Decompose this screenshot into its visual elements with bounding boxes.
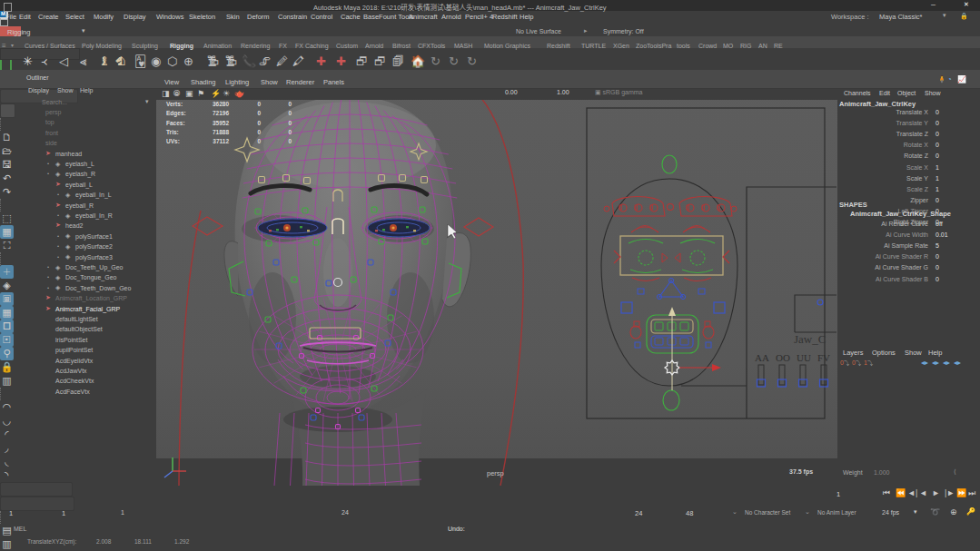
svg-text:OO: OO: [776, 352, 790, 363]
svg-text:Edges:: Edges:: [166, 110, 186, 117]
svg-text:0: 0: [288, 101, 292, 107]
svg-text:Tris:: Tris:: [166, 129, 179, 135]
svg-text:71888: 71888: [213, 129, 229, 135]
svg-text:0: 0: [257, 129, 261, 135]
svg-text:0: 0: [257, 101, 261, 107]
svg-text:AA: AA: [755, 352, 769, 363]
svg-text:0: 0: [257, 138, 261, 144]
svg-text:UU: UU: [797, 352, 811, 363]
svg-text:UVs:: UVs:: [166, 138, 180, 144]
svg-text:35952: 35952: [213, 120, 229, 126]
svg-text:37.5 fps: 37.5 fps: [789, 468, 813, 476]
svg-text:72196: 72196: [213, 110, 229, 116]
svg-text:FV: FV: [817, 352, 830, 363]
svg-text:36280: 36280: [213, 101, 229, 107]
svg-text:Faces:: Faces:: [166, 120, 185, 126]
svg-text:0: 0: [257, 120, 261, 126]
svg-text:Jaw_C: Jaw_C: [794, 332, 826, 346]
svg-text:37112: 37112: [213, 138, 229, 144]
svg-text:0: 0: [288, 120, 292, 126]
svg-text:Verts:: Verts:: [166, 101, 183, 107]
svg-text:0: 0: [257, 110, 261, 116]
svg-text:0: 0: [288, 138, 292, 144]
svg-text:0: 0: [288, 129, 292, 135]
svg-text:0: 0: [288, 110, 292, 116]
svg-text:persp: persp: [487, 469, 504, 477]
